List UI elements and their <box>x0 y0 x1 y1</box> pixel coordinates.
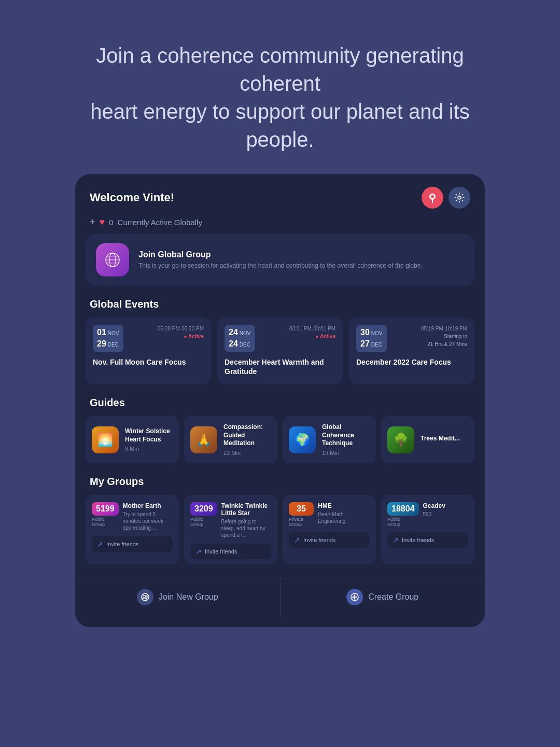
group-name-2: Twinkle Twinkle Little Star <box>221 502 271 517</box>
guide-name-2: Compassion: Guided Meditation <box>223 423 271 448</box>
join-global-group[interactable]: Join Global Group This is your go-to ses… <box>86 234 474 286</box>
invite-friends-button-1[interactable]: ↗ Invite friends <box>92 536 173 552</box>
event-date-3: 30 NOV 27 DEC <box>356 325 387 352</box>
group-type-4: PublicGroup <box>387 517 419 527</box>
guide-info-2: Compassion: Guided Meditation 23 Min <box>223 423 271 456</box>
my-groups-title: My Groups <box>75 476 485 495</box>
group-info-1: Mother Earth Try to spend 5 minutes per … <box>123 502 173 531</box>
guide-card-2[interactable]: 🙏 Compassion: Guided Meditation 23 Min <box>184 416 277 463</box>
group-top-1: 5199 PublicGroup Mother Earth Try to spe… <box>92 502 173 531</box>
guides-title: Guides <box>75 397 485 416</box>
join-new-group-button[interactable]: Join New Group <box>75 577 281 617</box>
welcome-text: Welcome Vinte! <box>90 191 174 204</box>
invite-friends-button-2[interactable]: ↗ Invite friends <box>190 544 271 559</box>
join-global-description: This is your go-to session for activatin… <box>138 261 423 270</box>
event-title-3: December 2022 Care Focus <box>356 357 467 367</box>
event-title-1: Nov. Full Moon Care Focus <box>93 357 204 367</box>
guide-thumb-2: 🙏 <box>190 426 217 453</box>
group-number-4: 18804 <box>387 502 419 516</box>
join-new-group-label: Join New Group <box>159 592 218 602</box>
event-card-1[interactable]: 01 NOV 29 DEC 05:20 PM-05:20 PM ● Active… <box>86 317 211 384</box>
group-info-2: Twinkle Twinkle Little Star Before going… <box>221 502 271 538</box>
guide-duration-3: 19 Min <box>322 450 370 456</box>
group-info-4: Gcadev 590 <box>423 502 445 518</box>
event-time-1: 05:20 PM-05:20 PM ● Active <box>158 325 204 340</box>
active-count: 0 <box>109 218 113 227</box>
event-time-2: 03:01 PM-03:01 PM ● Active <box>289 325 335 340</box>
join-global-title: Join Global Group <box>138 250 423 259</box>
event-date-2: 24 NOV 24 DEC <box>225 325 255 352</box>
group-name-1: Mother Earth <box>123 502 173 509</box>
guide-card-3[interactable]: 🌍 Global Coherence Technique 19 Min <box>283 416 376 463</box>
global-events-title: Global Events <box>75 298 485 317</box>
invite-friends-button-4[interactable]: ↗ Invite friends <box>387 532 468 548</box>
footer-actions: Join New Group Create Group <box>75 577 485 617</box>
event-card-3[interactable]: 30 NOV 27 DEC 05:19 PM-10:19 PM Starting… <box>349 317 474 384</box>
group-type-2: PublicGroup <box>190 517 217 527</box>
hero-line2: heart energy to support our planet and i… <box>90 100 470 151</box>
guide-duration-2: 23 Min <box>223 450 271 456</box>
event-card-2[interactable]: 24 NOV 24 DEC 03:01 PM-03:01 PM ● Active… <box>217 317 343 384</box>
group-desc-1: Try to spend 5 minutes per week apprecia… <box>123 511 173 531</box>
hero-section: Join a coherence community generating co… <box>0 0 560 174</box>
invite-label-2: Invite friends <box>205 548 237 555</box>
share-icon-4: ↗ <box>393 536 399 544</box>
invite-friends-button-3[interactable]: ↗ Invite friends <box>289 532 370 548</box>
group-top-3: 35 PrivateGroup HME Heart Math Engineeri… <box>289 502 370 527</box>
guide-thumb-1: 🌅 <box>92 426 119 453</box>
guide-name-4: Trees Medit... <box>421 435 460 443</box>
group-card-1[interactable]: 5199 PublicGroup Mother Earth Try to spe… <box>86 495 179 564</box>
active-banner: + ♥ 0 Currently Active Globally <box>75 214 485 234</box>
share-icon-3: ↗ <box>294 536 300 544</box>
event-title-2: December Heart Warmth and Gratitude <box>225 357 335 376</box>
share-icon-1: ↗ <box>97 540 103 548</box>
svg-point-2 <box>458 196 461 199</box>
invite-label-3: Invite friends <box>303 537 335 543</box>
invite-label-4: Invite friends <box>402 537 434 543</box>
event-date-1: 01 NOV 29 DEC <box>93 325 123 352</box>
app-header: Welcome Vinte! <box>75 174 485 214</box>
pin-button[interactable] <box>422 187 443 209</box>
guide-duration-1: 9 Min <box>125 446 173 452</box>
create-group-button[interactable]: Create Group <box>281 577 485 617</box>
header-icons <box>422 187 470 209</box>
guide-info-4: Trees Medit... <box>421 435 460 445</box>
group-type-1: PublicGroup <box>92 517 119 527</box>
group-name-4: Gcadev <box>423 502 445 509</box>
group-type-3: PrivateGroup <box>289 517 314 527</box>
svg-point-10 <box>146 595 148 597</box>
group-info-3: HME Heart Math Engineering <box>318 502 370 524</box>
event-time-3: 05:19 PM-10:19 PM Starting in21 Hrs & 27… <box>421 325 467 348</box>
group-desc-2: Before going to sleep, add heart by spen… <box>221 518 271 538</box>
group-number-3: 35 <box>289 502 314 516</box>
join-group-icon <box>137 589 153 605</box>
svg-point-1 <box>431 195 434 198</box>
guide-card-4[interactable]: 🌳 Trees Medit... <box>381 416 474 463</box>
guide-thumb-3: 🌍 <box>289 426 316 453</box>
heart-icon: ♥ <box>100 217 105 228</box>
groups-row: 5199 PublicGroup Mother Earth Try to spe… <box>75 495 485 573</box>
group-desc-3: Heart Math Engineering <box>318 511 370 524</box>
group-number-1: 5199 <box>92 502 119 516</box>
create-group-icon <box>346 589 363 605</box>
create-group-label: Create Group <box>368 592 418 602</box>
group-card-3[interactable]: 35 PrivateGroup HME Heart Math Engineeri… <box>283 495 376 564</box>
invite-label-1: Invite friends <box>106 541 138 547</box>
hero-line1: Join a coherence community generating co… <box>96 44 464 95</box>
group-card-4[interactable]: 18804 PublicGroup Gcadev 590 ↗ Invite fr… <box>381 495 474 564</box>
guides-row: 🌅 Winter Solstice Heart Focus 9 Min 🙏 Co… <box>75 416 485 476</box>
group-top-4: 18804 PublicGroup Gcadev 590 <box>387 502 468 527</box>
app-card: Welcome Vinte! + ♥ 0 Currently Active Gl… <box>75 174 485 627</box>
group-card-2[interactable]: 3209 PublicGroup Twinkle Twinkle Little … <box>184 495 277 564</box>
events-row: 01 NOV 29 DEC 05:20 PM-05:20 PM ● Active… <box>75 317 485 397</box>
guide-info-1: Winter Solstice Heart Focus 9 Min <box>125 427 173 452</box>
guide-thumb-4: 🌳 <box>387 426 414 453</box>
active-label: Currently Active Globally <box>118 218 202 227</box>
guide-info-3: Global Coherence Technique 19 Min <box>322 423 370 456</box>
guide-card-1[interactable]: 🌅 Winter Solstice Heart Focus 9 Min <box>86 416 179 463</box>
share-icon-2: ↗ <box>195 547 202 556</box>
settings-button[interactable] <box>449 187 470 209</box>
group-desc-4: 590 <box>423 511 445 518</box>
guide-name-3: Global Coherence Technique <box>322 423 370 448</box>
globe-icon <box>96 243 129 276</box>
